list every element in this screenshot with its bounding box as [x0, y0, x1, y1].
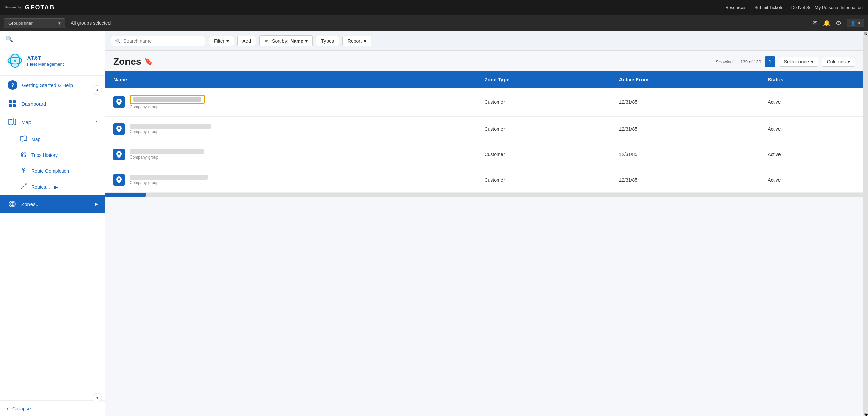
zone-name-info-2: Company group — [130, 124, 211, 134]
sidebar-item-routes[interactable]: Routes... ▶ — [0, 179, 105, 195]
collapse-left-icon: ‹ — [7, 405, 9, 412]
routes-arrow: ▶ — [54, 184, 58, 190]
status-cell-1: Active — [760, 88, 863, 117]
zone-location-icon-4 — [113, 174, 125, 186]
sidebar-item-map-sub[interactable]: Map — [0, 131, 105, 147]
collapse-button[interactable]: ‹ Collapse — [0, 400, 105, 416]
zones-meta: Showing 1 - 139 of 139 1 Select none ▾ C… — [716, 56, 855, 67]
page-number-badge: 1 — [765, 56, 775, 67]
add-button[interactable]: Add — [237, 36, 256, 46]
zone-name-cell-1: Company group — [105, 88, 476, 117]
groups-filter-bar: Groups filter ▾ All groups selected ✉ 🔔 … — [0, 15, 868, 31]
main-content: 🔍 Filter ▾ Add Sort by: Na — [105, 31, 863, 416]
zone-name-highlighted-1 — [130, 95, 205, 104]
sidebar-search-button[interactable]: 🔍 — [5, 35, 13, 43]
do-not-sell-link[interactable]: Do Not Sell My Personal Information — [791, 5, 863, 10]
search-input[interactable] — [123, 38, 201, 44]
sidebar-item-route-completion[interactable]: Route Completion — [0, 163, 105, 179]
getting-started-label: Getting Started & Help — [22, 82, 73, 88]
filter-button[interactable]: Filter ▾ — [209, 36, 234, 46]
dashboard-label: Dashboard — [21, 101, 46, 107]
svg-point-30 — [118, 178, 120, 180]
map-icon — [8, 118, 17, 126]
table-row[interactable]: Company group Customer 12/31/85 Active — [105, 117, 863, 142]
zones-arrow: ▶ — [95, 202, 98, 206]
scrollbar-down-arrow[interactable]: ▼ — [864, 413, 867, 415]
zone-name-redacted-4 — [130, 175, 208, 180]
status-cell-3: Active — [760, 142, 863, 167]
sidebar-item-zones[interactable]: Zones... ▶ — [0, 195, 105, 213]
sidebar-brand: AT&T Fleet Management — [0, 47, 105, 76]
resources-link[interactable]: Resources — [725, 5, 746, 10]
zones-icon — [8, 200, 17, 208]
vertical-scrollbar[interactable]: ▲ ▼ — [863, 31, 868, 416]
email-icon-button[interactable]: ✉ — [812, 19, 817, 27]
bell-icon-button[interactable]: 🔔 — [823, 19, 830, 27]
sidebar-scroll-down-button[interactable]: ▼ — [93, 393, 102, 402]
select-none-button[interactable]: Select none ▾ — [779, 57, 818, 67]
table-row[interactable]: Company group Customer 12/31/85 Active — [105, 167, 863, 193]
brand-line1: AT&T — [27, 56, 64, 62]
status-cell-4: Active — [760, 167, 863, 193]
sidebar-item-dashboard[interactable]: Dashboard — [0, 95, 105, 113]
zone-location-icon-2 — [113, 123, 125, 135]
zone-name-cell-2: Company group — [105, 117, 476, 142]
zone-type-cell-3: Customer — [476, 142, 611, 167]
types-label: Types — [321, 38, 334, 44]
zone-name-info-1: Company group — [130, 95, 205, 109]
active-from-cell-3: 12/31/85 — [611, 142, 760, 167]
sidebar-search-area: 🔍 — [0, 31, 105, 47]
user-arrow-icon: ▾ — [858, 21, 860, 26]
groups-filter-button[interactable]: Groups filter ▾ — [4, 18, 65, 28]
zone-name-redacted-2 — [130, 124, 211, 129]
col-header-status: Status — [760, 71, 863, 88]
report-button[interactable]: Report ▾ — [342, 36, 371, 46]
logo-area: Powered by GEOTAB — [5, 4, 55, 11]
zone-name-redacted-1 — [133, 97, 201, 102]
route-completion-label: Route Completion — [31, 168, 69, 174]
collapse-label: Collapse — [12, 406, 31, 411]
columns-arrow-icon: ▾ — [848, 59, 850, 64]
table-row[interactable]: Company group Customer 12/31/85 Active — [105, 88, 863, 117]
table-header-row: Name Zone Type Active From Status — [105, 71, 863, 88]
columns-button[interactable]: Columns ▾ — [822, 57, 855, 67]
submit-tickets-link[interactable]: Submit Tickets — [754, 5, 783, 10]
groups-filter-label: Groups filter — [8, 21, 33, 26]
zones-label: Zones... — [21, 201, 40, 207]
map-section-arrow: ∧ — [95, 120, 98, 124]
table-row[interactable]: Company group Customer 12/31/85 Active — [105, 142, 863, 167]
zone-subgroup-1: Company group — [130, 105, 205, 109]
col-header-name: Name — [105, 71, 476, 88]
zone-name-info-4: Company group — [130, 175, 208, 185]
report-label: Report — [348, 38, 362, 44]
gear-icon-button[interactable]: ⚙ — [836, 19, 841, 27]
zone-type-cell-1: Customer — [476, 88, 611, 117]
zone-type-cell-2: Customer — [476, 117, 611, 142]
scrollbar-up-arrow[interactable]: ▲ — [864, 32, 867, 35]
question-icon: ? — [8, 80, 17, 90]
sort-value-text: Name — [290, 38, 303, 44]
sort-button[interactable]: Sort by: Name ▾ — [259, 35, 313, 46]
sidebar-item-getting-started[interactable]: ? Getting Started & Help ∨ — [0, 76, 105, 95]
types-button[interactable]: Types — [316, 36, 339, 46]
showing-count-text: Showing 1 - 139 of 139 — [716, 59, 761, 64]
top-nav-links: Resources Submit Tickets Do Not Sell My … — [725, 5, 863, 10]
table-scroll-thumb[interactable] — [105, 193, 146, 197]
search-box[interactable]: 🔍 — [111, 36, 205, 46]
sort-icon — [264, 38, 270, 44]
sidebar-item-map[interactable]: Map ∧ — [0, 113, 105, 131]
map-sub-icon — [20, 135, 27, 143]
map-section-label: Map — [21, 119, 31, 125]
sort-arrow-icon: ▾ — [305, 38, 308, 44]
bookmark-icon: 🔖 — [144, 58, 153, 66]
user-icon: 👤 — [850, 21, 856, 26]
sidebar-item-trips-history[interactable]: Trips History — [0, 147, 105, 163]
zone-name-info-3: Company group — [130, 149, 204, 160]
table-horizontal-scrollbar[interactable] — [105, 193, 863, 197]
routes-label: Routes... — [31, 184, 50, 190]
user-menu-button[interactable]: 👤 ▾ — [847, 19, 864, 27]
svg-marker-11 — [21, 136, 27, 141]
route-completion-icon — [20, 167, 27, 175]
sidebar-scroll-up-button[interactable]: ▲ — [93, 85, 102, 95]
main-layout: 🔍 ▲ AT&T Fleet Management ? Gett — [0, 31, 868, 416]
